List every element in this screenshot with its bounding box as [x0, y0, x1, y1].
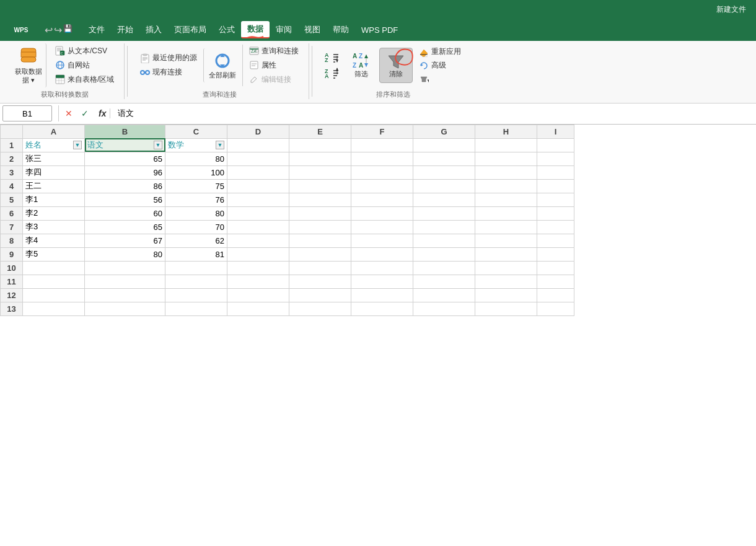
cell-C11[interactable]	[165, 275, 227, 288]
cell-I4[interactable]	[537, 179, 574, 193]
cell-H5[interactable]	[475, 193, 537, 206]
cell-B9[interactable]: 80	[85, 247, 165, 261]
cell-H9[interactable]	[475, 247, 537, 261]
cell-D9[interactable]	[227, 247, 289, 261]
col-header-d[interactable]: D	[227, 125, 289, 138]
col-header-i[interactable]: I	[537, 125, 574, 138]
filter-dropdown-A[interactable]: ▼	[73, 141, 82, 149]
cell-A13[interactable]	[23, 302, 85, 315]
cell-I1[interactable]	[537, 138, 574, 152]
cell-B13[interactable]	[85, 302, 165, 315]
save-icon[interactable]: 💾	[63, 24, 73, 36]
undo-icon[interactable]: ↩	[45, 24, 53, 36]
cell-I7[interactable]	[537, 220, 574, 234]
cell-F2[interactable]	[351, 152, 413, 165]
cell-I5[interactable]	[537, 193, 574, 206]
cell-B1[interactable]: 语文▼	[85, 138, 165, 152]
col-header-e[interactable]: E	[289, 125, 351, 138]
cell-G12[interactable]	[413, 288, 475, 302]
cell-D2[interactable]	[227, 152, 289, 165]
cell-I13[interactable]	[537, 302, 574, 315]
sort-az-btn[interactable]: A Z	[321, 50, 343, 64]
cell-B3[interactable]: 96	[85, 165, 165, 179]
cell-F3[interactable]	[351, 165, 413, 179]
cell-C13[interactable]	[165, 302, 227, 315]
cell-F8[interactable]	[351, 234, 413, 247]
cell-C4[interactable]: 75	[165, 179, 227, 193]
cell-D3[interactable]	[227, 165, 289, 179]
cell-H2[interactable]	[475, 152, 537, 165]
menu-file[interactable]: 文件	[82, 22, 111, 38]
sort-btn[interactable]: A Z Z A 筛选	[346, 50, 377, 81]
filter-dropdown-B[interactable]: ▼	[154, 141, 162, 149]
menu-start[interactable]: 开始	[111, 22, 139, 38]
clear-btn[interactable]: 重新应用	[415, 45, 465, 58]
existing-connect-btn[interactable]: 现有连接	[136, 66, 201, 79]
cell-E7[interactable]	[289, 220, 351, 234]
menu-view[interactable]: 视图	[298, 22, 327, 38]
cell-A2[interactable]: 张三	[23, 152, 85, 165]
cell-E9[interactable]	[289, 247, 351, 261]
cell-D7[interactable]	[227, 220, 289, 234]
cell-C12[interactable]	[165, 288, 227, 302]
cell-A12[interactable]	[23, 288, 85, 302]
cell-C2[interactable]: 80	[165, 152, 227, 165]
cell-H3[interactable]	[475, 165, 537, 179]
cell-G11[interactable]	[413, 275, 475, 288]
recent-source-btn[interactable]: 最近使用的源	[136, 51, 201, 64]
cell-G10[interactable]	[413, 261, 475, 275]
cell-I8[interactable]	[537, 234, 574, 247]
cell-A1[interactable]: 姓名▼	[23, 138, 85, 152]
cell-F4[interactable]	[351, 179, 413, 193]
cell-A7[interactable]: 李3	[23, 220, 85, 234]
cell-G7[interactable]	[413, 220, 475, 234]
menu-formula[interactable]: 公式	[213, 22, 241, 38]
cell-E5[interactable]	[289, 193, 351, 206]
cell-D1[interactable]	[227, 138, 289, 152]
cell-F9[interactable]	[351, 247, 413, 261]
cell-E13[interactable]	[289, 302, 351, 315]
cancel-formula-icon[interactable]: ✕	[63, 107, 75, 120]
cell-F1[interactable]	[351, 138, 413, 152]
cell-H1[interactable]	[475, 138, 537, 152]
cell-B10[interactable]	[85, 261, 165, 275]
cell-E12[interactable]	[289, 288, 351, 302]
cell-H10[interactable]	[475, 261, 537, 275]
cell-C1[interactable]: 数学▼	[165, 138, 227, 152]
cell-C8[interactable]: 62	[165, 234, 227, 247]
cell-E10[interactable]	[289, 261, 351, 275]
cell-E8[interactable]	[289, 234, 351, 247]
cell-I9[interactable]	[537, 247, 574, 261]
col-header-a[interactable]: A	[23, 125, 85, 138]
edit-links-btn[interactable]: 编辑链接	[245, 73, 302, 86]
confirm-formula-icon[interactable]: ✓	[79, 107, 91, 120]
cell-H4[interactable]	[475, 179, 537, 193]
col-header-b[interactable]: B	[85, 125, 165, 138]
filter-dropdown-C[interactable]: ▼	[216, 141, 224, 149]
cell-F6[interactable]	[351, 206, 413, 220]
cell-F12[interactable]	[351, 288, 413, 302]
cell-D12[interactable]	[227, 288, 289, 302]
cell-G3[interactable]	[413, 165, 475, 179]
cell-I11[interactable]	[537, 275, 574, 288]
from-text-btn[interactable]: C 从文本/CSV	[51, 45, 118, 58]
cell-C10[interactable]	[165, 261, 227, 275]
cell-B11[interactable]	[85, 275, 165, 288]
cell-G5[interactable]	[413, 193, 475, 206]
cell-C5[interactable]: 76	[165, 193, 227, 206]
redo-icon[interactable]: ↪	[54, 24, 62, 36]
cell-D13[interactable]	[227, 302, 289, 315]
from-table-btn[interactable]: 来自表格/区域	[51, 73, 118, 86]
spreadsheet-container[interactable]: A B C D E F G H I 1姓名▼语文▼数学▼2张三65803李四96…	[0, 125, 756, 546]
get-data-button[interactable]: 获取数据据 ▾	[11, 43, 46, 87]
cell-E6[interactable]	[289, 206, 351, 220]
cell-C3[interactable]: 100	[165, 165, 227, 179]
cell-B12[interactable]	[85, 288, 165, 302]
menu-data[interactable]: 数据	[241, 21, 270, 38]
cell-B6[interactable]: 60	[85, 206, 165, 220]
cell-E4[interactable]	[289, 179, 351, 193]
menu-review[interactable]: 审阅	[270, 22, 298, 38]
menu-insert[interactable]: 插入	[139, 22, 168, 38]
cell-A5[interactable]: 李1	[23, 193, 85, 206]
cell-D4[interactable]	[227, 179, 289, 193]
